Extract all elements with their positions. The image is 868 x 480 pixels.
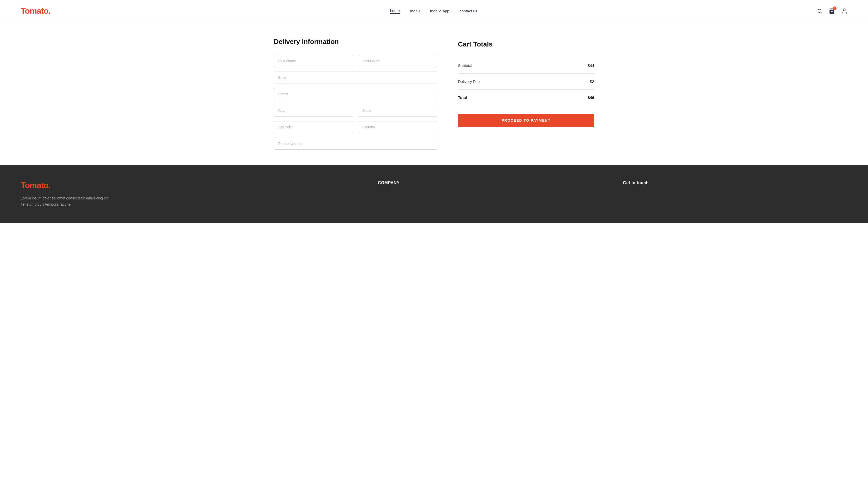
delivery-fee-label: Delivery Fee <box>458 79 480 84</box>
zip-country-row <box>274 121 437 133</box>
nav-menu[interactable]: menu <box>410 9 420 13</box>
footer: Tomato. Lorem ipsum dolor sit, amet cons… <box>0 165 868 223</box>
main-content: Delivery Information <box>253 22 615 165</box>
subtotal-row: Subtotal $44 <box>458 58 594 73</box>
name-row <box>274 55 437 67</box>
proceed-to-payment-button[interactable]: PROCEED TO PAYMENT <box>458 114 594 127</box>
cart-title: Cart Totals <box>458 40 594 48</box>
country-input[interactable] <box>358 121 437 133</box>
total-row: Total $46 <box>458 90 594 106</box>
footer-company-heading: COMPANY <box>378 181 602 185</box>
footer-get-in-touch-heading: Get in touch <box>623 181 847 185</box>
delivery-section: Delivery Information <box>274 38 437 150</box>
user-button[interactable] <box>841 8 847 14</box>
nav-mobile-app[interactable]: mobile-app <box>430 9 449 13</box>
cart-badge: 1 <box>833 6 836 10</box>
delivery-fee-row: Delivery Fee $2 <box>458 73 594 90</box>
search-icon <box>817 8 823 14</box>
total-label: Total <box>458 95 467 100</box>
subtotal-value: $44 <box>588 63 594 68</box>
nav-home[interactable]: home <box>390 8 400 14</box>
search-button[interactable] <box>817 8 823 14</box>
header-icons: 1 <box>817 8 847 14</box>
cart-section: Cart Totals Subtotal $44 Delivery Fee $2… <box>458 38 594 150</box>
subtotal-label: Subtotal <box>458 63 472 68</box>
delivery-form <box>274 55 437 150</box>
last-name-input[interactable] <box>358 55 437 67</box>
svg-point-3 <box>843 9 845 11</box>
first-name-input[interactable] <box>274 55 353 67</box>
header: Tomato. home menu mobile-app contact us … <box>0 0 868 22</box>
footer-logo: Tomato. <box>21 181 357 190</box>
nav-contact-us[interactable]: contact us <box>460 9 477 13</box>
delivery-title: Delivery Information <box>274 38 437 46</box>
email-input[interactable] <box>274 71 437 84</box>
street-input[interactable] <box>274 88 437 100</box>
user-icon <box>841 8 847 14</box>
cart-button[interactable]: 1 <box>829 8 835 14</box>
city-state-row <box>274 104 437 117</box>
zipcode-input[interactable] <box>274 121 353 133</box>
footer-brand: Tomato. Lorem ipsum dolor sit, amet cons… <box>21 181 357 208</box>
state-input[interactable] <box>358 104 437 117</box>
city-input[interactable] <box>274 104 353 117</box>
delivery-fee-value: $2 <box>590 79 594 84</box>
footer-company-col: COMPANY <box>378 181 602 191</box>
main-nav: home menu mobile-app contact us <box>390 8 477 14</box>
total-value: $46 <box>588 95 594 100</box>
phone-input[interactable] <box>274 138 437 150</box>
brand-logo: Tomato. <box>21 6 51 16</box>
svg-line-1 <box>821 12 822 13</box>
footer-description: Lorem ipsum dolor sit, amet consectetur … <box>21 195 114 208</box>
footer-contact-col: Get in touch <box>623 181 847 191</box>
